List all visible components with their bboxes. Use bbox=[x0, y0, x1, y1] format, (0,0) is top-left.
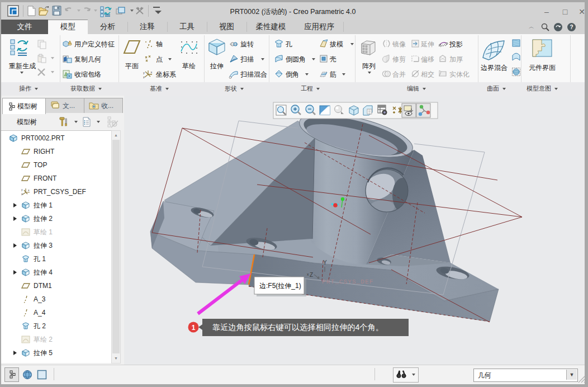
svg-text:x: x bbox=[307, 272, 309, 276]
svg-text:y: y bbox=[143, 71, 145, 74]
svg-text:边:F5(拉伸_1): 边:F5(拉伸_1) bbox=[259, 282, 301, 290]
svg-text:Z: Z bbox=[310, 272, 313, 278]
svg-text:1: 1 bbox=[192, 324, 196, 332]
svg-text:x: x bbox=[28, 188, 30, 192]
svg-text:Y: Y bbox=[323, 259, 327, 266]
svg-text:y: y bbox=[21, 188, 23, 191]
svg-text:靠近边角按鼠标右键可以选择相同拉伸的4个角。: 靠近边角按鼠标右键可以选择相同拉伸的4个角。 bbox=[212, 323, 383, 332]
svg-text:PRT_CSYS_DEF: PRT_CSYS_DEF bbox=[322, 279, 373, 285]
svg-text:x: x bbox=[151, 70, 153, 74]
svg-text:z: z bbox=[143, 75, 145, 79]
svg-text:?: ? bbox=[570, 24, 573, 30]
